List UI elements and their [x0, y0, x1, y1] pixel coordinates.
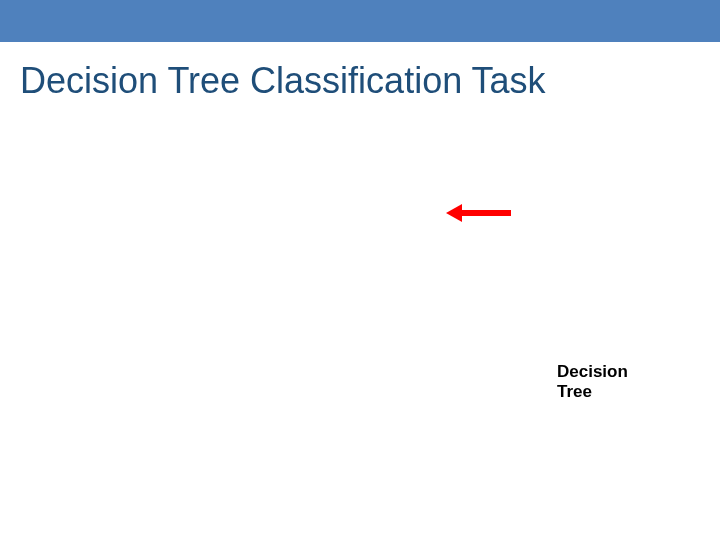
label-line-1: Decision: [557, 362, 628, 381]
arrow-shaft: [457, 210, 511, 216]
decision-tree-label: Decision Tree: [557, 362, 628, 403]
left-arrow-icon: [446, 204, 511, 222]
header-bar: [0, 0, 720, 42]
slide-title: Decision Tree Classification Task: [20, 60, 546, 102]
label-line-2: Tree: [557, 382, 592, 401]
